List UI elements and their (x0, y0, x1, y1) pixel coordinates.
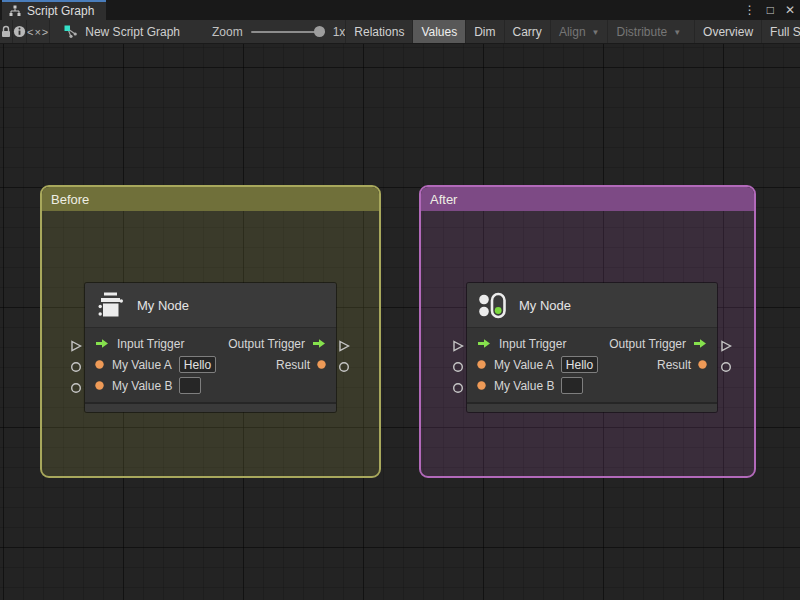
group-before-title: Before (51, 192, 89, 207)
node-after-body: Input Trigger Output Trigger My Value A … (467, 328, 717, 402)
trigger-port-outline[interactable] (338, 338, 350, 350)
node-footer (467, 404, 717, 412)
zoom-label: Zoom (212, 25, 243, 39)
port-label: Output Trigger (609, 337, 686, 351)
values-button[interactable]: Values (412, 20, 465, 43)
port-label: My Value A (112, 358, 172, 372)
port-label: My Value A (494, 358, 554, 372)
node-my-node-before[interactable]: My Node Input Trigger Output Trigger (85, 283, 336, 412)
graph-canvas[interactable]: Before After My Node (0, 44, 800, 600)
window-close-icon[interactable]: ✕ (785, 0, 795, 20)
info-icon (13, 25, 26, 38)
align-label: Align (559, 25, 586, 39)
value-input[interactable] (179, 377, 201, 394)
trigger-port-outline[interactable] (452, 338, 464, 350)
port-label: My Value B (494, 379, 554, 393)
chevron-down-icon: ▼ (673, 28, 681, 37)
port-row: My Value A Hello Result (467, 354, 717, 375)
value-input[interactable] (561, 377, 583, 394)
script-machine-icon (96, 290, 126, 320)
overview-button[interactable]: Overview (694, 20, 761, 43)
zoom-slider[interactable] (251, 20, 325, 43)
group-after-title: After (430, 192, 457, 207)
distribute-dropdown[interactable]: Distribute ▼ (607, 20, 689, 43)
trigger-arrow-icon[interactable] (693, 338, 707, 349)
value-port-outline[interactable] (452, 359, 464, 371)
carry-label: Carry (513, 25, 542, 39)
dim-label: Dim (474, 25, 495, 39)
carry-button[interactable]: Carry (504, 20, 550, 43)
toggle-unit-icon (478, 290, 508, 320)
zoom-slider-handle[interactable] (314, 26, 325, 37)
node-before-body: Input Trigger Output Trigger My Value A … (85, 328, 336, 402)
overview-label: Overview (703, 25, 753, 39)
node-my-node-after[interactable]: My Node Input Trigger Output Trigger (467, 283, 717, 412)
value-input[interactable]: Hello (179, 356, 216, 373)
hierarchy-icon (9, 5, 21, 17)
port-row: My Value B (467, 375, 717, 396)
node-title: My Node (519, 298, 571, 313)
graph-name-label: New Script Graph (85, 25, 180, 39)
trigger-arrow-icon[interactable] (312, 338, 326, 349)
value-dot-icon[interactable] (698, 360, 707, 369)
window-maximize-icon[interactable]: □ (767, 0, 774, 20)
port-label: Result (276, 358, 310, 372)
tab-script-graph[interactable]: Script Graph (2, 0, 106, 20)
tab-bar: Script Graph ⋮ □ ✕ (0, 0, 800, 20)
port-label: My Value B (112, 379, 172, 393)
node-footer (85, 404, 336, 412)
value-port-outline[interactable] (338, 359, 350, 371)
value-dot-icon[interactable] (477, 360, 486, 369)
value-dot-icon[interactable] (317, 360, 326, 369)
fullscreen-label: Full Screen (770, 25, 800, 39)
code-view-button[interactable]: <×> (27, 20, 50, 43)
lock-button[interactable] (0, 20, 13, 43)
port-label: Output Trigger (228, 337, 305, 351)
value-dot-icon[interactable] (95, 360, 104, 369)
node-title: My Node (137, 298, 189, 313)
value-port-outline[interactable] (452, 380, 464, 392)
port-row: My Value B (85, 375, 336, 396)
info-button[interactable] (13, 20, 27, 43)
value-port-outline[interactable] (720, 359, 732, 371)
group-before-header[interactable]: Before (42, 187, 379, 211)
graph-toolbar: <×> New Script Graph Zoom 1x Relations V… (0, 20, 800, 44)
value-input[interactable]: Hello (561, 356, 598, 373)
value-dot-icon[interactable] (477, 381, 486, 390)
port-label: Result (657, 358, 691, 372)
trigger-arrow-icon[interactable] (477, 338, 491, 349)
port-row: My Value A Hello Result (85, 354, 336, 375)
trigger-port-outline[interactable] (720, 338, 732, 350)
dim-button[interactable]: Dim (465, 20, 503, 43)
relations-button[interactable]: Relations (345, 20, 412, 43)
value-port-outline[interactable] (70, 359, 82, 371)
port-label: Input Trigger (117, 337, 184, 351)
lock-icon (0, 25, 12, 38)
value-dot-icon[interactable] (95, 381, 104, 390)
value-port-outline[interactable] (70, 380, 82, 392)
zoom-value: 1x (333, 25, 346, 39)
relations-label: Relations (354, 25, 404, 39)
port-row: Input Trigger Output Trigger (467, 333, 717, 354)
window-menu-icon[interactable]: ⋮ (744, 0, 756, 20)
values-label: Values (421, 25, 457, 39)
port-row: Input Trigger Output Trigger (85, 333, 336, 354)
chevron-down-icon: ▼ (592, 28, 600, 37)
trigger-arrow-icon[interactable] (95, 338, 109, 349)
distribute-label: Distribute (616, 25, 667, 39)
tab-label: Script Graph (27, 4, 94, 18)
graph-title: New Script Graph (64, 20, 180, 43)
graph-icon (64, 25, 78, 39)
node-after-header[interactable]: My Node (467, 283, 717, 328)
align-dropdown[interactable]: Align ▼ (550, 20, 608, 43)
node-before-header[interactable]: My Node (85, 283, 336, 328)
code-icon: <×> (27, 26, 49, 38)
fullscreen-button[interactable]: Full Screen (761, 20, 800, 43)
group-after-header[interactable]: After (421, 187, 754, 211)
port-label: Input Trigger (499, 337, 566, 351)
trigger-port-outline[interactable] (70, 338, 82, 350)
